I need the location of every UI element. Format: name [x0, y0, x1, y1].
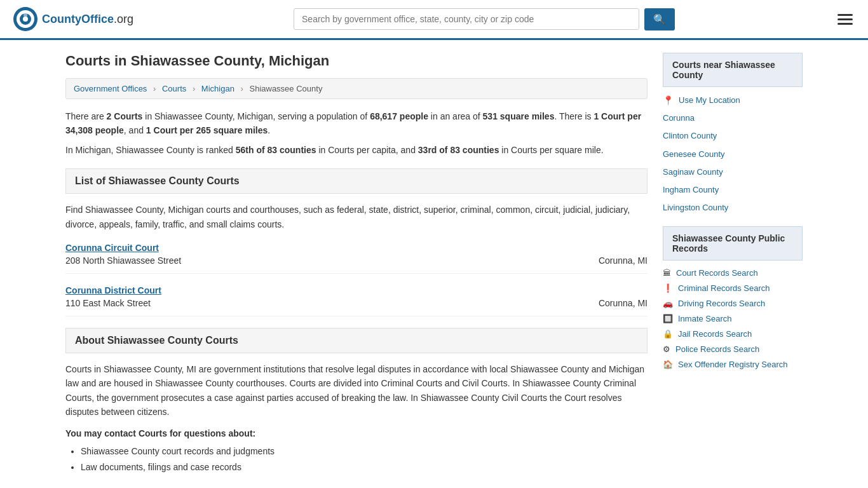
- public-records-header-title: Shiawassee County Public Records: [672, 233, 793, 254]
- page-title: Courts in Shiawassee County, Michigan: [65, 53, 648, 69]
- about-description: Courts in Shiawassee County, MI are gove…: [65, 362, 648, 419]
- menu-bar: [837, 14, 853, 16]
- rank1: 56th of 83 counties: [236, 145, 316, 155]
- breadcrumb-courts[interactable]: Courts: [162, 84, 186, 93]
- list-section-desc: Find Shiawassee County, Michigan courts …: [65, 203, 648, 231]
- court-name[interactable]: Corunna District Court: [65, 285, 648, 295]
- sidebar-nearby-header: Courts near Shiawassee County: [663, 53, 803, 87]
- public-record-item: 🏛 Court Records Search: [663, 268, 803, 278]
- nearby-link-saginaw[interactable]: Saginaw County: [663, 166, 723, 178]
- nearby-link-item: Genesee County: [663, 149, 803, 160]
- criminal-records-search-link[interactable]: Criminal Records Search: [678, 283, 770, 293]
- content-area: Courts in Shiawassee County, Michigan Go…: [65, 53, 648, 475]
- nearby-link-clinton[interactable]: Clinton County: [663, 130, 717, 142]
- sex-offender-registry-search-link[interactable]: Sex Offender Registry Search: [678, 360, 787, 369]
- rank2: 33rd of 83 counties: [418, 145, 499, 155]
- summary-text: There are 2 Courts in Shiawassee County,…: [65, 109, 648, 157]
- inmate-search-link[interactable]: Inmate Search: [678, 314, 732, 323]
- sex-offender-icon: 🏠: [663, 360, 673, 369]
- breadcrumb-govt-offices[interactable]: Government Offices: [74, 84, 147, 93]
- jail-records-icon: 🔒: [663, 329, 673, 339]
- nearby-link-item: Saginaw County: [663, 166, 803, 178]
- public-record-item: ⚙ Police Records Search: [663, 344, 803, 354]
- logo-area: CountyOffice.org: [13, 6, 133, 32]
- court-address: 208 North Shiawassee Street: [65, 255, 181, 266]
- use-my-location-item: 📍 Use My Location: [663, 95, 803, 106]
- header: CountyOffice.org 🔍: [0, 0, 868, 40]
- public-record-item: 🏠 Sex Offender Registry Search: [663, 360, 803, 369]
- nearby-link-livingston[interactable]: Livingston County: [663, 202, 728, 214]
- nearby-link-genesee[interactable]: Genesee County: [663, 149, 725, 160]
- search-input[interactable]: [294, 8, 639, 30]
- nearby-link-item: Livingston County: [663, 202, 803, 214]
- bullet-list: Shiawassee County court records and judg…: [65, 444, 648, 475]
- nearby-link-corunna[interactable]: Corunna: [663, 112, 695, 124]
- nearby-link-item: Clinton County: [663, 130, 803, 142]
- about-section-title: About Shiawassee County Courts: [75, 335, 638, 346]
- list-item: Law documents, filings and case records: [81, 459, 648, 475]
- area: 531 square miles: [483, 111, 555, 121]
- breadcrumb: Government Offices › Courts › Michigan ›…: [65, 78, 648, 99]
- population: 68,617 people: [370, 111, 428, 121]
- main-container: Courts in Shiawassee County, Michigan Go…: [53, 40, 815, 488]
- nearby-link-item: Ingham County: [663, 184, 803, 196]
- breadcrumb-sep: ›: [241, 84, 243, 93]
- public-records-links: 🏛 Court Records Search ❗ Criminal Record…: [663, 268, 803, 369]
- menu-button[interactable]: [835, 11, 855, 27]
- court-entry: Corunna Circuit Court 208 North Shiawass…: [65, 243, 648, 274]
- sidebar: Courts near Shiawassee County 📍 Use My L…: [663, 53, 803, 475]
- per-area: 1 Court per 265 square miles: [146, 125, 268, 135]
- criminal-records-icon: ❗: [663, 283, 673, 293]
- nearby-link-item: Corunna: [663, 112, 803, 124]
- breadcrumb-michigan[interactable]: Michigan: [201, 84, 234, 93]
- public-record-item: 🔲 Inmate Search: [663, 314, 803, 323]
- contact-heading: You may contact Courts for questions abo…: [65, 428, 648, 438]
- list-item: Shiawassee County court records and judg…: [81, 444, 648, 459]
- inmate-search-icon: 🔲: [663, 314, 673, 323]
- jail-records-search-link[interactable]: Jail Records Search: [678, 329, 752, 339]
- court-records-icon: 🏛: [663, 268, 671, 278]
- nearby-header-title: Courts near Shiawassee County: [672, 60, 793, 80]
- court-city-state: Corunna, MI: [599, 255, 648, 266]
- police-records-search-link[interactable]: Police Records Search: [675, 344, 759, 354]
- court-count: 2 Courts: [107, 111, 143, 121]
- menu-bar: [837, 23, 853, 25]
- police-records-icon: ⚙: [663, 344, 670, 354]
- court-address-row: 110 East Mack Street Corunna, MI: [65, 298, 648, 316]
- menu-bar: [837, 18, 853, 20]
- breadcrumb-sep: ›: [153, 84, 156, 93]
- sidebar-public-records-header: Shiawassee County Public Records: [663, 226, 803, 261]
- list-section-header: List of Shiawassee County Courts: [65, 168, 648, 194]
- search-area: 🔍: [294, 8, 675, 30]
- driving-records-icon: 🚗: [663, 299, 673, 308]
- court-name[interactable]: Corunna Circuit Court: [65, 243, 648, 253]
- public-record-item: 🔒 Jail Records Search: [663, 329, 803, 339]
- about-section: About Shiawassee County Courts Courts in…: [65, 328, 648, 475]
- use-my-location-link[interactable]: Use My Location: [679, 95, 740, 106]
- search-icon: 🔍: [653, 14, 666, 25]
- nearby-link-ingham[interactable]: Ingham County: [663, 184, 719, 196]
- list-section-title: List of Shiawassee County Courts: [75, 175, 638, 187]
- public-record-item: ❗ Criminal Records Search: [663, 283, 803, 293]
- logo-icon: [13, 6, 38, 32]
- court-address-row: 208 North Shiawassee Street Corunna, MI: [65, 255, 648, 274]
- court-entry: Corunna District Court 110 East Mack Str…: [65, 285, 648, 316]
- court-records-search-link[interactable]: Court Records Search: [676, 268, 758, 278]
- driving-records-search-link[interactable]: Driving Records Search: [678, 299, 765, 308]
- logo-text: CountyOffice.org: [42, 13, 133, 26]
- location-icon: 📍: [663, 95, 674, 105]
- breadcrumb-sep: ›: [193, 84, 195, 93]
- breadcrumb-current: Shiawassee County: [249, 84, 322, 93]
- public-record-item: 🚗 Driving Records Search: [663, 299, 803, 308]
- court-address: 110 East Mack Street: [65, 298, 151, 308]
- nearby-links: 📍 Use My Location Corunna Clinton County…: [663, 95, 803, 214]
- about-section-header: About Shiawassee County Courts: [65, 328, 648, 353]
- search-button[interactable]: 🔍: [644, 8, 675, 30]
- court-city-state: Corunna, MI: [599, 298, 648, 308]
